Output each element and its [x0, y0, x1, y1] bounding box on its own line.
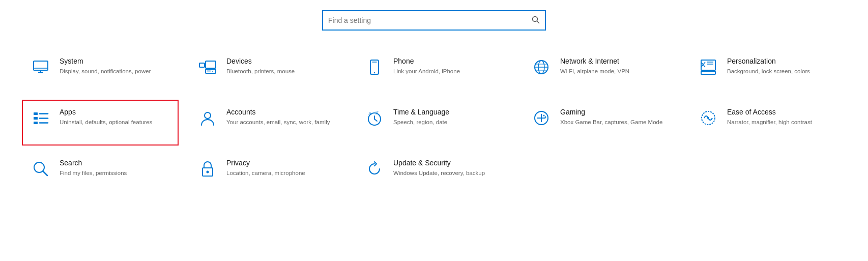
setting-desc-update: Windows Update, recovery, backup — [393, 169, 485, 177]
svg-rect-20 — [701, 71, 715, 74]
setting-desc-accounts: Your accounts, email, sync, work, family — [226, 118, 330, 126]
svg-line-45 — [43, 171, 48, 176]
setting-title-update: Update & Security — [393, 159, 485, 167]
setting-desc-time: Speech, region, date — [393, 118, 449, 126]
setting-title-gaming: Gaming — [560, 108, 662, 116]
setting-desc-apps: Uninstall, defaults, optional features — [60, 118, 152, 126]
setting-title-network: Network & Internet — [560, 57, 629, 65]
privacy-icon — [196, 159, 219, 178]
setting-text-accounts: Accounts Your accounts, email, sync, wor… — [226, 108, 330, 126]
phone-icon — [363, 57, 386, 76]
svg-rect-27 — [34, 122, 38, 124]
time-icon: A 文 — [363, 108, 386, 127]
setting-title-time: Time & Language — [393, 108, 449, 116]
setting-item-ease[interactable]: Ease of Access Narrator, magnifier, high… — [689, 100, 846, 146]
svg-rect-10 — [207, 70, 211, 72]
setting-text-devices: Devices Bluetooth, printers, mouse — [226, 57, 295, 75]
setting-desc-phone: Link your Android, iPhone — [393, 67, 460, 75]
setting-title-personalization: Personalization — [727, 57, 810, 65]
setting-item-system[interactable]: System Display, sound, notifications, po… — [22, 49, 179, 95]
setting-item-update[interactable]: Update & Security Windows Update, recove… — [356, 151, 512, 196]
svg-point-47 — [207, 171, 209, 173]
setting-desc-network: Wi-Fi, airplane mode, VPN — [560, 67, 629, 75]
setting-text-gaming: Gaming Xbox Game Bar, captures, Game Mod… — [560, 108, 662, 126]
search-bar-container — [20, 10, 848, 31]
setting-desc-devices: Bluetooth, printers, mouse — [226, 67, 295, 75]
svg-line-34 — [374, 119, 377, 121]
setting-text-ease: Ease of Access Narrator, magnifier, high… — [727, 108, 812, 126]
accounts-icon — [196, 108, 219, 127]
svg-rect-2 — [34, 61, 48, 70]
setting-title-system: System — [60, 57, 151, 65]
search-bar — [322, 10, 546, 31]
setting-item-gaming[interactable]: Gaming Xbox Game Bar, captures, Game Mod… — [523, 100, 679, 146]
setting-text-privacy: Privacy Location, camera, microphone — [226, 159, 305, 177]
svg-point-40 — [543, 115, 545, 117]
setting-text-phone: Phone Link your Android, iPhone — [393, 57, 460, 75]
setting-item-time[interactable]: A 文 Time & Language Speech, region, date — [356, 100, 512, 146]
search-icon — [532, 16, 540, 25]
setting-text-search: Search Find my files, permissions — [60, 159, 127, 177]
svg-rect-7 — [206, 61, 216, 68]
setting-desc-ease: Narrator, magnifier, high contrast — [727, 118, 812, 126]
setting-item-personalization[interactable]: Personalization Background, lock screen,… — [689, 49, 846, 95]
setting-title-apps: Apps — [60, 108, 152, 116]
setting-desc-search: Find my files, permissions — [60, 169, 127, 177]
setting-item-search[interactable]: Search Find my files, permissions — [22, 151, 179, 196]
ease-icon — [697, 108, 720, 127]
setting-desc-privacy: Location, camera, microphone — [226, 169, 305, 177]
setting-text-apps: Apps Uninstall, defaults, optional featu… — [60, 108, 152, 126]
svg-point-31 — [205, 112, 211, 119]
setting-text-time: Time & Language Speech, region, date — [393, 108, 449, 126]
setting-title-devices: Devices — [226, 57, 295, 65]
setting-item-phone[interactable]: Phone Link your Android, iPhone — [356, 49, 512, 95]
setting-desc-system: Display, sound, notifications, power — [60, 67, 151, 75]
svg-line-1 — [537, 21, 539, 23]
setting-item-devices[interactable]: Devices Bluetooth, printers, mouse — [189, 49, 345, 95]
svg-point-43 — [707, 117, 709, 119]
svg-rect-26 — [34, 117, 38, 120]
setting-title-ease: Ease of Access — [727, 108, 812, 116]
setting-desc-personalization: Background, lock screen, colors — [727, 67, 810, 75]
search-input[interactable] — [328, 16, 532, 24]
system-icon — [29, 57, 52, 76]
setting-title-accounts: Accounts — [226, 108, 330, 116]
page-container: System Display, sound, notifications, po… — [0, 0, 868, 212]
setting-item-privacy[interactable]: Privacy Location, camera, microphone — [189, 151, 345, 196]
setting-text-personalization: Personalization Background, lock screen,… — [727, 57, 810, 75]
settings-grid: System Display, sound, notifications, po… — [22, 49, 846, 196]
update-icon — [363, 159, 386, 178]
personalization-icon — [697, 57, 720, 76]
search-icon — [29, 159, 52, 178]
svg-point-9 — [212, 71, 213, 72]
gaming-icon — [530, 108, 553, 127]
svg-rect-25 — [34, 112, 38, 115]
setting-text-network: Network & Internet Wi-Fi, airplane mode,… — [560, 57, 629, 75]
svg-text:A: A — [368, 111, 372, 116]
setting-text-update: Update & Security Windows Update, recove… — [393, 159, 485, 177]
svg-point-41 — [545, 117, 546, 118]
setting-item-accounts[interactable]: Accounts Your accounts, email, sync, wor… — [189, 100, 345, 146]
svg-rect-6 — [199, 63, 205, 67]
setting-text-system: System Display, sound, notifications, po… — [60, 57, 151, 75]
setting-title-search: Search — [60, 159, 127, 167]
setting-desc-gaming: Xbox Game Bar, captures, Game Mode — [560, 118, 662, 126]
setting-item-apps[interactable]: Apps Uninstall, defaults, optional featu… — [22, 100, 179, 146]
setting-title-phone: Phone — [393, 57, 460, 65]
apps-icon — [29, 108, 52, 127]
svg-text:文: 文 — [375, 111, 379, 115]
devices-icon — [196, 57, 219, 76]
network-icon — [530, 57, 553, 76]
setting-title-privacy: Privacy — [226, 159, 305, 167]
svg-point-13 — [374, 72, 375, 73]
setting-item-network[interactable]: Network & Internet Wi-Fi, airplane mode,… — [523, 49, 679, 95]
